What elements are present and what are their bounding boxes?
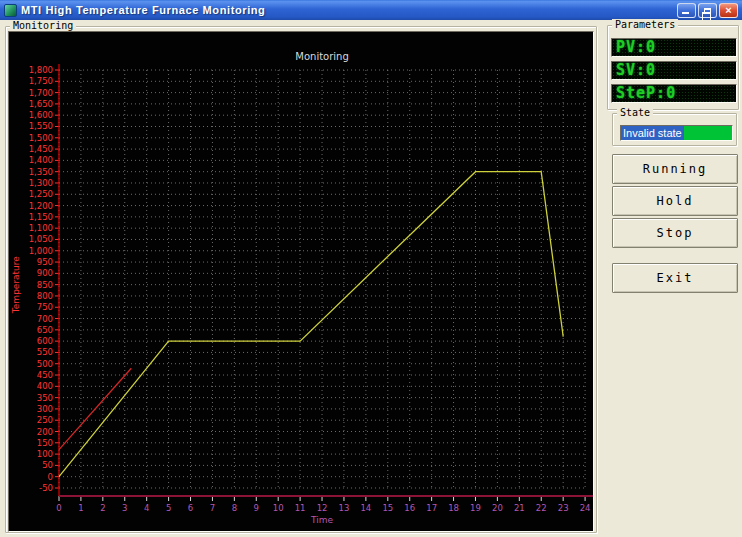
svg-text:9: 9 bbox=[254, 503, 259, 513]
stop-button[interactable]: Stop bbox=[612, 218, 738, 248]
parameters-group-label: Parameters bbox=[612, 19, 678, 31]
svg-text:1,800: 1,800 bbox=[29, 65, 53, 75]
svg-text:22: 22 bbox=[536, 503, 547, 513]
svg-text:150: 150 bbox=[37, 438, 53, 448]
pv-display: PV:0 bbox=[611, 38, 737, 57]
svg-text:800: 800 bbox=[37, 291, 53, 301]
svg-text:1,600: 1,600 bbox=[29, 110, 53, 120]
app-window: MTI High Temperature Furnace Monitoring … bbox=[0, 0, 742, 537]
svg-text:Temperature: Temperature bbox=[11, 256, 21, 314]
svg-text:19: 19 bbox=[470, 503, 481, 513]
svg-text:21: 21 bbox=[514, 503, 525, 513]
window-title: MTI High Temperature Furnace Monitoring bbox=[21, 4, 677, 16]
svg-text:3: 3 bbox=[122, 503, 127, 513]
svg-text:6: 6 bbox=[188, 503, 193, 513]
svg-text:1,700: 1,700 bbox=[29, 88, 53, 98]
svg-text:300: 300 bbox=[37, 404, 53, 414]
svg-text:1,000: 1,000 bbox=[29, 246, 53, 256]
state-group-label: State bbox=[617, 107, 653, 119]
svg-text:1,350: 1,350 bbox=[29, 167, 53, 177]
svg-text:850: 850 bbox=[37, 280, 53, 290]
svg-text:550: 550 bbox=[37, 347, 53, 357]
svg-text:200: 200 bbox=[37, 427, 53, 437]
exit-button[interactable]: Exit bbox=[612, 263, 738, 293]
svg-text:Time: Time bbox=[310, 515, 333, 525]
close-button[interactable]: × bbox=[719, 3, 738, 18]
svg-text:1,250: 1,250 bbox=[29, 189, 53, 199]
state-value: Invalid state bbox=[621, 126, 684, 140]
title-bar[interactable]: MTI High Temperature Furnace Monitoring … bbox=[0, 0, 742, 20]
monitoring-groupbox: Monitoring -5005010015020025030035040045… bbox=[5, 26, 597, 533]
svg-text:400: 400 bbox=[37, 381, 53, 391]
svg-text:12: 12 bbox=[317, 503, 328, 513]
svg-text:10: 10 bbox=[273, 503, 284, 513]
hold-button[interactable]: Hold bbox=[612, 186, 738, 216]
svg-text:5: 5 bbox=[166, 503, 171, 513]
svg-text:600: 600 bbox=[37, 336, 53, 346]
svg-text:750: 750 bbox=[37, 302, 53, 312]
state-groupbox: State Invalid state bbox=[612, 113, 737, 146]
monitoring-chart: -500501001502002503003504004505005506006… bbox=[9, 32, 593, 531]
svg-text:0: 0 bbox=[56, 503, 61, 513]
svg-text:1,500: 1,500 bbox=[29, 133, 53, 143]
svg-text:1,300: 1,300 bbox=[29, 178, 53, 188]
svg-text:1: 1 bbox=[78, 503, 83, 513]
close-icon: × bbox=[725, 5, 731, 16]
svg-text:17: 17 bbox=[426, 503, 437, 513]
svg-text:24: 24 bbox=[580, 503, 591, 513]
svg-text:23: 23 bbox=[558, 503, 569, 513]
svg-text:450: 450 bbox=[37, 370, 53, 380]
svg-text:7: 7 bbox=[210, 503, 215, 513]
svg-text:Monitoring: Monitoring bbox=[295, 51, 348, 62]
sv-display: SV:0 bbox=[611, 61, 737, 80]
svg-text:100: 100 bbox=[37, 449, 53, 459]
app-icon bbox=[4, 4, 17, 17]
svg-text:1,050: 1,050 bbox=[29, 234, 53, 244]
svg-text:4: 4 bbox=[144, 503, 149, 513]
svg-text:8: 8 bbox=[232, 503, 237, 513]
parameters-groupbox: Parameters PV:0 SV:0 SteP:0 bbox=[607, 25, 739, 110]
svg-text:1,150: 1,150 bbox=[29, 212, 53, 222]
svg-text:15: 15 bbox=[382, 503, 393, 513]
chart-panel: -500501001502002503003504004505005506006… bbox=[8, 31, 594, 532]
svg-text:1,400: 1,400 bbox=[29, 155, 53, 165]
svg-text:13: 13 bbox=[339, 503, 350, 513]
svg-text:0: 0 bbox=[48, 472, 53, 482]
svg-text:1,200: 1,200 bbox=[29, 201, 53, 211]
step-display: SteP:0 bbox=[611, 84, 737, 103]
svg-text:16: 16 bbox=[404, 503, 415, 513]
window-controls: × bbox=[677, 3, 738, 18]
svg-text:20: 20 bbox=[492, 503, 503, 513]
running-button[interactable]: Running bbox=[612, 154, 738, 184]
svg-text:1,750: 1,750 bbox=[29, 76, 53, 86]
client-area: Monitoring -5005010015020025030035040045… bbox=[0, 20, 742, 537]
minimize-icon bbox=[682, 12, 689, 14]
svg-text:1,450: 1,450 bbox=[29, 144, 53, 154]
svg-text:500: 500 bbox=[37, 359, 53, 369]
svg-text:1,100: 1,100 bbox=[29, 223, 53, 233]
state-field[interactable]: Invalid state bbox=[620, 125, 733, 141]
svg-text:2: 2 bbox=[100, 503, 105, 513]
svg-text:-50: -50 bbox=[39, 483, 53, 493]
svg-text:950: 950 bbox=[37, 257, 53, 267]
svg-text:650: 650 bbox=[37, 325, 53, 335]
svg-text:1,650: 1,650 bbox=[29, 99, 53, 109]
svg-text:250: 250 bbox=[37, 415, 53, 425]
svg-text:900: 900 bbox=[37, 268, 53, 278]
svg-text:1,550: 1,550 bbox=[29, 121, 53, 131]
svg-text:11: 11 bbox=[295, 503, 306, 513]
minimize-button[interactable] bbox=[677, 3, 696, 18]
svg-text:18: 18 bbox=[448, 503, 459, 513]
restore-button[interactable] bbox=[698, 3, 717, 18]
svg-text:14: 14 bbox=[360, 503, 371, 513]
svg-text:350: 350 bbox=[37, 393, 53, 403]
restore-icon bbox=[704, 8, 711, 14]
svg-text:700: 700 bbox=[37, 314, 53, 324]
svg-text:50: 50 bbox=[42, 460, 53, 470]
